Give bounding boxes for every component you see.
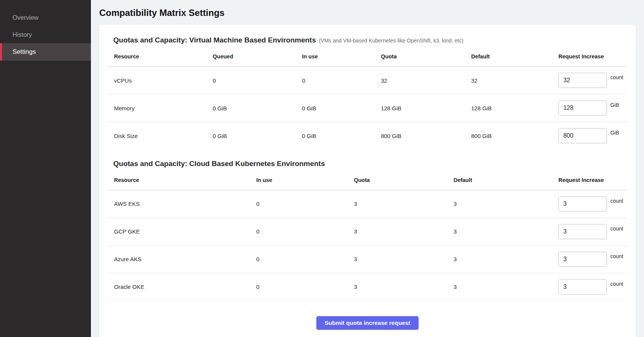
sidebar-item-overview[interactable]: Overview — [0, 9, 91, 26]
quota-value: 3 — [351, 190, 450, 218]
column-header-request-increase: Request Increase — [555, 172, 627, 190]
column-header-queued: Queued — [210, 48, 299, 67]
request-increase-cell: GiB — [558, 100, 624, 116]
quota-value: 800 GiB — [378, 122, 468, 150]
table-row-azure-aks: Azure AKS 0 3 3 count — [108, 245, 627, 273]
request-increase-cell: count — [558, 73, 624, 88]
unit-label: count — [610, 198, 623, 204]
unit-label: count — [610, 226, 623, 232]
quota-value: 32 — [378, 67, 468, 94]
column-header-request-increase: Request Increase — [555, 48, 627, 67]
oracle-oke-request-input[interactable] — [558, 279, 607, 295]
column-header-quota: Quota — [378, 48, 468, 67]
default-value: 3 — [450, 190, 555, 218]
quota-value: 3 — [351, 245, 450, 273]
cloud-section-title: Quotas and Capacity: Cloud Based Kuberne… — [108, 160, 627, 168]
azure-aks-request-input[interactable] — [558, 252, 607, 267]
unit-label: GiB — [610, 102, 619, 108]
in-use-value: 0 — [253, 190, 351, 218]
main-content: Compatibility Matrix Settings Quotas and… — [91, 0, 644, 337]
unit-label: GiB — [610, 130, 619, 136]
submit-quota-increase-button[interactable]: Submit quota increase request — [316, 316, 419, 330]
sidebar-item-settings[interactable]: Settings — [0, 43, 91, 61]
disk-size-request-input[interactable] — [558, 128, 607, 143]
request-increase-cell: count — [558, 279, 624, 295]
resource-name: Memory — [108, 94, 210, 122]
unit-label: count — [610, 253, 623, 259]
resource-name: AWS EKS — [108, 190, 253, 218]
resource-name: Disk Size — [108, 122, 210, 150]
in-use-value: 0 — [299, 67, 378, 94]
quota-value: 128 GiB — [378, 94, 468, 122]
vm-quota-table: Resource Queued In use Quota Default Req… — [108, 48, 627, 150]
gcp-gke-request-input[interactable] — [558, 224, 607, 239]
vm-section-title: Quotas and Capacity: Virtual Machine Bas… — [108, 36, 627, 44]
unit-label: count — [610, 281, 623, 287]
request-increase-cell: count — [558, 224, 624, 239]
column-header-in-use: In use — [299, 48, 378, 67]
in-use-value: 0 — [253, 218, 351, 245]
column-header-default: Default — [468, 48, 555, 67]
vm-section-title-text: Quotas and Capacity: Virtual Machine Bas… — [113, 36, 316, 44]
column-header-quota: Quota — [351, 172, 450, 190]
in-use-value: 0 — [253, 273, 351, 301]
memory-request-input[interactable] — [558, 100, 607, 116]
unit-label: count — [610, 74, 623, 80]
column-header-default: Default — [450, 172, 555, 190]
default-value: 3 — [450, 273, 555, 301]
submit-row: Submit quota increase request — [108, 316, 627, 330]
column-header-in-use: In use — [253, 172, 351, 190]
request-increase-cell: count — [558, 196, 624, 212]
default-value: 128 GiB — [468, 94, 555, 122]
queued-value: 0 — [210, 67, 299, 94]
default-value: 800 GiB — [468, 122, 555, 150]
in-use-value: 0 GiB — [299, 122, 378, 150]
request-increase-cell: count — [558, 252, 624, 267]
table-row-oracle-oke: Oracle OKE 0 3 3 count — [108, 273, 627, 301]
request-increase-cell: GiB — [558, 128, 624, 143]
sidebar-item-history[interactable]: History — [0, 26, 91, 43]
cloud-table-header-row: Resource In use Quota Default Request In… — [108, 172, 627, 190]
in-use-value: 0 GiB — [299, 94, 378, 122]
in-use-value: 0 — [253, 245, 351, 273]
resource-name: GCP GKE — [108, 218, 253, 245]
quota-value: 3 — [351, 273, 450, 301]
aws-eks-request-input[interactable] — [558, 196, 607, 212]
settings-card: Quotas and Capacity: Virtual Machine Bas… — [98, 24, 636, 337]
queued-value: 0 GiB — [210, 94, 299, 122]
queued-value: 0 GiB — [210, 122, 299, 150]
default-value: 3 — [450, 245, 555, 273]
page-title: Compatibility Matrix Settings — [99, 8, 636, 18]
vm-table-header-row: Resource Queued In use Quota Default Req… — [108, 48, 627, 67]
column-header-resource: Resource — [108, 172, 253, 190]
resource-name: Azure AKS — [108, 245, 253, 273]
table-row-memory: Memory 0 GiB 0 GiB 128 GiB 128 GiB GiB — [108, 94, 627, 122]
table-row-aws-eks: AWS EKS 0 3 3 count — [108, 190, 627, 218]
vm-section-subtitle: (VMs and VM-based Kubernetes like OpenSh… — [319, 38, 463, 44]
resource-name: vCPUs — [108, 67, 210, 94]
table-row-gcp-gke: GCP GKE 0 3 3 count — [108, 218, 627, 245]
vcpus-request-input[interactable] — [558, 73, 607, 88]
table-row-vcpus: vCPUs 0 0 32 32 count — [108, 67, 627, 94]
sidebar: Overview History Settings — [0, 0, 91, 337]
cloud-quota-table: Resource In use Quota Default Request In… — [108, 172, 627, 301]
resource-name: Oracle OKE — [108, 273, 253, 301]
table-row-disk-size: Disk Size 0 GiB 0 GiB 800 GiB 800 GiB Gi… — [108, 122, 627, 150]
quota-value: 3 — [351, 218, 450, 245]
default-value: 32 — [468, 67, 555, 94]
column-header-resource: Resource — [108, 48, 210, 67]
default-value: 3 — [450, 218, 555, 245]
